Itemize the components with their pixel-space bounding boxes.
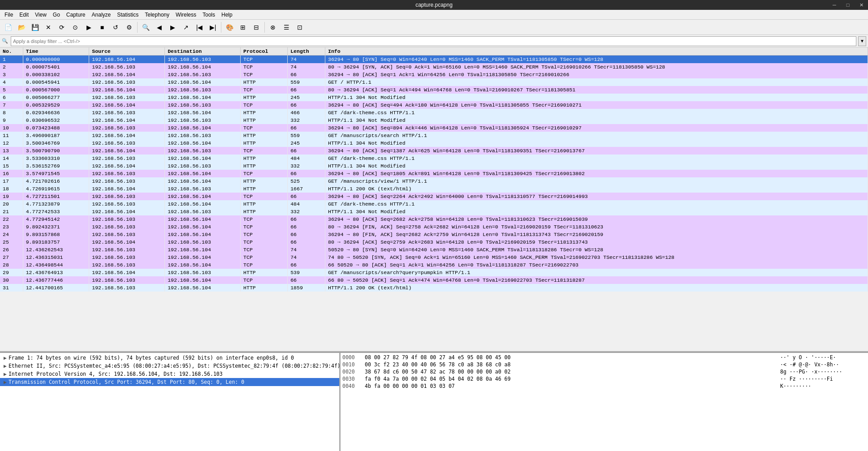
menu-item-file[interactable]: File: [2, 11, 16, 19]
table-row[interactable]: 80.029346636192.168.56.103192.168.56.104…: [0, 109, 868, 116]
cell-src: 192.168.56.104: [89, 116, 165, 124]
restart-capture-button[interactable]: ↺: [109, 21, 122, 34]
table-row[interactable]: 259.893183757192.168.56.104192.168.56.10…: [0, 238, 868, 246]
menu-item-analyze[interactable]: Analyze: [89, 11, 114, 19]
cell-time: 12.436764913: [23, 269, 89, 276]
table-row[interactable]: 10.000000000192.168.56.104192.168.56.103…: [0, 56, 868, 63]
save-button[interactable]: 💾: [29, 21, 41, 34]
table-row[interactable]: 70.005329529192.168.56.104192.168.56.103…: [0, 101, 868, 109]
detail-row[interactable]: ▶Frame 1: 74 bytes on wire (592 bits), 7…: [0, 354, 339, 362]
menu-item-edit[interactable]: Edit: [17, 11, 31, 19]
cell-dst: 192.168.56.103: [165, 56, 241, 63]
menu-item-view[interactable]: View: [32, 11, 49, 19]
go-to-packet-button[interactable]: ↗: [180, 21, 192, 34]
window-controls[interactable]: ─ □ ✕: [828, 0, 868, 10]
cell-info: 36294 → 80 [FIN, ACK] Seq=2682 Ack=2759 …: [325, 231, 868, 238]
new-capture-button[interactable]: 📄: [2, 21, 14, 34]
table-row[interactable]: 224.772945142192.168.56.103192.168.56.10…: [0, 215, 868, 223]
table-row[interactable]: 174.721702616192.168.56.103192.168.56.10…: [0, 177, 868, 185]
table-row[interactable]: 163.574971545192.168.56.103192.168.56.10…: [0, 170, 868, 177]
go-forward-button[interactable]: ▶: [166, 21, 179, 34]
cell-info: 80 → 36294 [FIN, ACK] Seq=2758 Ack=2682 …: [325, 223, 868, 231]
menu-item-wireless[interactable]: Wireless: [173, 11, 199, 19]
table-row[interactable]: 2812.436498544192.168.56.103192.168.56.1…: [0, 261, 868, 269]
table-row[interactable]: 123.500346769192.168.56.103192.168.56.10…: [0, 139, 868, 147]
hex-offset: 0000: [342, 354, 361, 361]
cell-info: 36294 → 80 [ACK] Seq=1387 Ack=625 Win=64…: [325, 147, 868, 155]
table-row[interactable]: 2612.436262543192.168.56.103192.168.56.1…: [0, 246, 868, 253]
table-row[interactable]: 3012.436777446192.168.56.103192.168.56.1…: [0, 276, 868, 284]
column-prefs-button[interactable]: ☰: [280, 21, 293, 34]
table-row[interactable]: 2712.436315031192.168.56.103192.168.56.1…: [0, 253, 868, 261]
table-row[interactable]: 153.536152769192.168.56.104192.168.56.10…: [0, 162, 868, 170]
menu-item-telephony[interactable]: Telephony: [142, 11, 172, 19]
collapse-all-button[interactable]: ⊟: [250, 21, 263, 34]
table-row[interactable]: 60.005066277192.168.56.103192.168.56.104…: [0, 94, 868, 101]
table-row[interactable]: 194.727211501192.168.56.103192.168.56.10…: [0, 193, 868, 200]
hex-value-row: 4b fa 00 00 00 00 01 03 03 07: [365, 382, 777, 390]
maximize-button[interactable]: □: [841, 0, 855, 10]
table-row[interactable]: 214.772742533192.168.56.104192.168.56.10…: [0, 208, 868, 215]
first-packet-button[interactable]: |◀: [193, 21, 206, 34]
detail-row[interactable]: ▶Ethernet II, Src: PCSSystemtec_a4:e5:95…: [0, 362, 339, 370]
reload-button[interactable]: ⟳: [56, 21, 68, 34]
close-capture-button[interactable]: ✕: [42, 21, 55, 34]
packet-list-scroll[interactable]: No. Time Source Destination Protocol Len…: [0, 47, 868, 351]
cell-time: 0.000000000: [23, 56, 89, 63]
cell-time: 4.772945142: [23, 215, 89, 223]
hex-pane: 00000010002000300040 08 00 27 82 79 4f 0…: [341, 353, 868, 451]
hex-ascii-row: ··' y O · '·····E·: [780, 354, 866, 361]
table-row[interactable]: 143.533603310192.168.56.103192.168.56.10…: [0, 155, 868, 162]
menu-item-go[interactable]: Go: [50, 11, 63, 19]
hex-value-row: fa f0 4a 7a 00 00 02 04 05 b4 04 02 08 0…: [365, 375, 777, 382]
start-capture-button[interactable]: ▶: [82, 21, 95, 34]
menu-item-statistics[interactable]: Statistics: [114, 11, 141, 19]
last-packet-button[interactable]: ▶|: [207, 21, 219, 34]
table-row[interactable]: 50.000567000192.168.56.104192.168.56.103…: [0, 86, 868, 94]
open-file-button[interactable]: 📂: [15, 21, 28, 34]
table-row[interactable]: 239.892432371192.168.56.103192.168.56.10…: [0, 223, 868, 231]
table-row[interactable]: 30.000338102192.168.56.104192.168.56.103…: [0, 71, 868, 78]
table-row[interactable]: 2912.436764913192.168.56.104192.168.56.1…: [0, 269, 868, 276]
table-row[interactable]: 184.726919615192.168.56.104192.168.56.10…: [0, 185, 868, 193]
table-row[interactable]: 100.073423488192.168.56.103192.168.56.10…: [0, 124, 868, 132]
table-row[interactable]: 249.893157868192.168.56.103192.168.56.10…: [0, 231, 868, 238]
cell-len: 66: [288, 276, 325, 284]
table-row[interactable]: 133.500790790192.168.56.104192.168.56.10…: [0, 147, 868, 155]
hex-value-row: 00 3c f2 23 40 00 40 06 56 78 c0 a8 38 6…: [365, 361, 777, 368]
filter-input[interactable]: [11, 36, 856, 46]
menu-item-tools[interactable]: Tools: [200, 11, 218, 19]
cell-proto: HTTP: [241, 284, 288, 292]
expand-all-button[interactable]: ⊞: [237, 21, 249, 34]
minimize-button[interactable]: ─: [828, 0, 841, 10]
resize-columns-button[interactable]: ⊡: [294, 21, 306, 34]
table-row[interactable]: 20.000075401192.168.56.103192.168.56.104…: [0, 63, 868, 71]
close-button[interactable]: ✕: [855, 0, 868, 10]
detail-pane[interactable]: ▶Frame 1: 74 bytes on wire (592 bits), 7…: [0, 353, 341, 451]
find-button[interactable]: 🔍: [139, 21, 152, 34]
table-row[interactable]: 3112.441700165192.168.56.103192.168.56.1…: [0, 284, 868, 292]
autoscroll-button[interactable]: ⊙: [69, 21, 82, 34]
detail-row[interactable]: ▶Transmission Control Protocol, Src Port…: [0, 378, 339, 386]
table-row[interactable]: 90.030696532192.168.56.104192.168.56.103…: [0, 116, 868, 124]
cell-time: 4.771323879: [23, 200, 89, 208]
cell-src: 192.168.56.103: [89, 139, 165, 147]
cell-time: 4.772742533: [23, 208, 89, 215]
colorize-rules-button[interactable]: 🎨: [223, 21, 236, 34]
menu-item-capture[interactable]: Capture: [64, 11, 88, 19]
cell-proto: TCP: [241, 223, 288, 231]
table-row[interactable]: 204.771323879192.168.56.103192.168.56.10…: [0, 200, 868, 208]
filter-dropdown-arrow[interactable]: ▼: [858, 36, 866, 46]
table-row[interactable]: 113.496090187192.168.56.104192.168.56.10…: [0, 132, 868, 139]
time-ref-button[interactable]: ⊗: [267, 21, 279, 34]
table-row[interactable]: 40.000545941192.168.56.103192.168.56.104…: [0, 78, 868, 86]
menu-item-help[interactable]: Help: [219, 11, 235, 19]
cell-len: 66: [288, 71, 325, 78]
cell-no: 13: [0, 147, 23, 155]
cell-proto: TCP: [241, 147, 288, 155]
stop-capture-button[interactable]: ■: [96, 21, 108, 34]
go-back-button[interactable]: ◀: [153, 21, 165, 34]
detail-row[interactable]: ▶Internet Protocol Version 4, Src: 192.1…: [0, 370, 339, 378]
capture-options-button[interactable]: ⚙: [123, 21, 135, 34]
cell-info: GET /manuscripts/search?query=pumpkin HT…: [325, 269, 868, 276]
